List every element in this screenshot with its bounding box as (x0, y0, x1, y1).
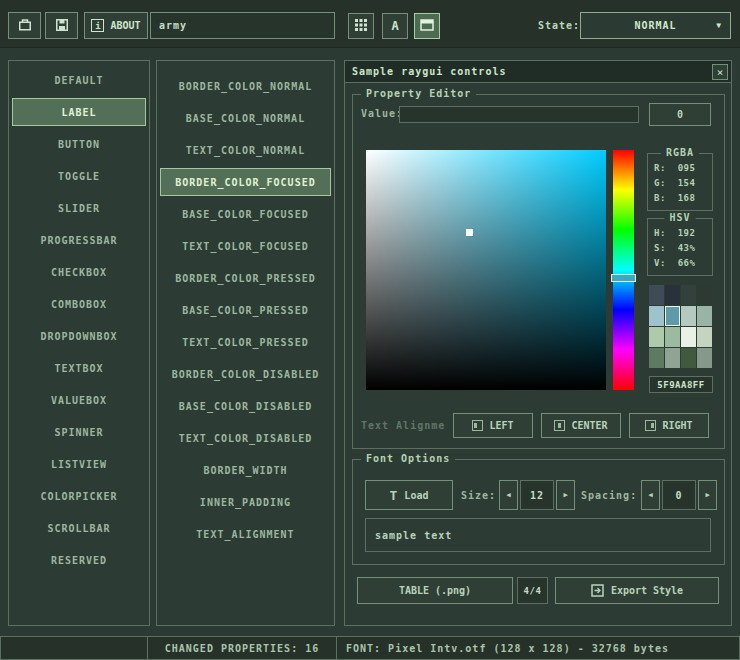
controls-grid-view-button[interactable] (348, 13, 374, 39)
property-item-text-color-disabled[interactable]: TEXT_COLOR_DISABLED (160, 422, 331, 454)
state-dropdown-value: NORMAL (634, 20, 676, 31)
color-swatch[interactable] (681, 306, 696, 326)
align-left-icon (472, 420, 483, 431)
property-item-inner-padding[interactable]: INNER_PADDING (160, 486, 331, 518)
property-item-base-color-disabled[interactable]: BASE_COLOR_DISABLED (160, 390, 331, 422)
color-swatch[interactable] (697, 306, 712, 326)
font-size-increase-button[interactable]: ▶ (556, 480, 575, 510)
sidebar-item-textbox[interactable]: TEXTBOX (12, 352, 146, 384)
new-style-button[interactable] (8, 12, 41, 39)
property-item-base-color-focused[interactable]: BASE_COLOR_FOCUSED (160, 198, 331, 230)
align-center-label: CENTER (571, 420, 607, 431)
state-label: State: (538, 12, 580, 39)
export-table-format-button[interactable]: TABLE (.png) (357, 577, 513, 604)
color-swatch[interactable] (697, 348, 712, 368)
chevron-down-icon: ▼ (716, 21, 721, 30)
hue-slider-handle[interactable] (611, 274, 636, 282)
status-segment-empty (0, 636, 148, 660)
rgba-blue-value: B: 168 (648, 190, 712, 205)
font-spacing-label: Spacing: (581, 490, 637, 501)
sidebar-item-spinner[interactable]: SPINNER (12, 416, 146, 448)
property-item-base-color-normal[interactable]: BASE_COLOR_NORMAL (160, 102, 331, 134)
font-spacing-decrease-button[interactable]: ◀ (641, 480, 660, 510)
load-font-button[interactable]: T Load (365, 480, 453, 510)
property-item-text-color-focused[interactable]: TEXT_COLOR_FOCUSED (160, 230, 331, 262)
font-size-value[interactable]: 12 (520, 480, 554, 510)
table-pages-value[interactable]: 4/4 (517, 577, 548, 604)
grid-icon (354, 18, 368, 34)
align-center-button[interactable]: CENTER (541, 413, 621, 438)
property-item-text-color-pressed[interactable]: TEXT_COLOR_PRESSED (160, 326, 331, 358)
property-item-border-color-focused[interactable]: BORDER_COLOR_FOCUSED (160, 168, 331, 196)
color-swatch[interactable] (649, 327, 664, 347)
style-table-view-button[interactable] (414, 13, 440, 39)
sidebar-item-combobox[interactable]: COMBOBOX (12, 288, 146, 320)
property-item-text-color-normal[interactable]: TEXT_COLOR_NORMAL (160, 134, 331, 166)
sidebar-item-dropdownbox[interactable]: DROPDOWNBOX (12, 320, 146, 352)
close-button[interactable]: × (712, 64, 728, 80)
color-swatch[interactable] (681, 327, 696, 347)
font-size-decrease-button[interactable]: ◀ (499, 480, 518, 510)
color-swatch[interactable] (665, 348, 680, 368)
sidebar-item-default[interactable]: DEFAULT (12, 64, 146, 96)
color-swatch-current[interactable] (665, 306, 680, 326)
hsv-hue-value: H: 192 (648, 225, 712, 240)
font-spacing-value[interactable]: 0 (662, 480, 696, 510)
text-alignment-label: Text Alignme (361, 420, 453, 431)
sidebar-item-label[interactable]: LABEL (12, 98, 146, 126)
value-input[interactable] (399, 106, 639, 123)
font-view-button[interactable]: A (382, 13, 408, 39)
rgba-green-value: G: 154 (648, 175, 712, 190)
sidebar-item-colorpicker[interactable]: COLORPICKER (12, 480, 146, 512)
value-label: Value: (361, 108, 403, 119)
hsv-rows: H: 192 S: 43% V: 66% (648, 225, 712, 270)
property-item-border-color-disabled[interactable]: BORDER_COLOR_DISABLED (160, 358, 331, 390)
color-swatch[interactable] (665, 285, 680, 305)
align-left-label: LEFT (489, 420, 513, 431)
toolbar: i ABOUT A State: NORMAL ▼ (0, 0, 740, 48)
font-size-label: Size: (461, 490, 496, 501)
sidebar-item-toggle[interactable]: TOGGLE (12, 160, 146, 192)
font-spacing-increase-button[interactable]: ▶ (698, 480, 717, 510)
color-swatch[interactable] (681, 285, 696, 305)
sidebar-item-button[interactable]: BUTTON (12, 128, 146, 160)
color-swatch[interactable] (697, 327, 712, 347)
property-item-border-color-normal[interactable]: BORDER_COLOR_NORMAL (160, 70, 331, 102)
window-titlebar[interactable]: Sample raygui controls × (345, 61, 731, 83)
hsv-value-value: V: 66% (648, 255, 712, 270)
align-right-button[interactable]: RIGHT (629, 413, 709, 438)
align-left-button[interactable]: LEFT (453, 413, 533, 438)
property-item-border-width[interactable]: BORDER_WIDTH (160, 454, 331, 486)
hsv-label: HSV (664, 212, 695, 223)
sidebar-item-scrollbar[interactable]: SCROLLBAR (12, 512, 146, 544)
save-style-button[interactable] (45, 12, 78, 39)
sidebar-item-checkbox[interactable]: CHECKBOX (12, 256, 146, 288)
sidebar-item-listview[interactable]: LISTVIEW (12, 448, 146, 480)
sidebar-item-valuebox[interactable]: VALUEBOX (12, 384, 146, 416)
color-swatch[interactable] (649, 348, 664, 368)
property-item-text-alignment[interactable]: TEXT_ALIGNMENT (160, 518, 331, 550)
rgba-red-value: R: 095 (648, 160, 712, 175)
color-picker-cursor[interactable] (466, 229, 473, 236)
sidebar-item-slider[interactable]: SLIDER (12, 192, 146, 224)
value-button[interactable]: 0 (649, 103, 711, 126)
color-swatch[interactable] (681, 348, 696, 368)
sidebar-item-reserved[interactable]: RESERVED (12, 544, 146, 576)
export-style-button[interactable]: Export Style (555, 577, 719, 604)
about-button[interactable]: i ABOUT (84, 12, 148, 39)
color-swatch[interactable] (697, 285, 712, 305)
sidebar-item-progressbar[interactable]: PROGRESSBAR (12, 224, 146, 256)
hex-color-value[interactable]: 5F9AA8FF (649, 376, 713, 393)
color-saturation-value-picker[interactable] (366, 150, 606, 390)
font-sample-textbox[interactable]: sample text (365, 518, 711, 552)
controls-list-panel: DEFAULT LABEL BUTTON TOGGLE SLIDER PROGR… (8, 60, 150, 626)
color-swatch[interactable] (665, 327, 680, 347)
property-item-base-color-pressed[interactable]: BASE_COLOR_PRESSED (160, 294, 331, 326)
color-swatch[interactable] (649, 285, 664, 305)
color-swatch[interactable] (649, 306, 664, 326)
state-dropdown[interactable]: NORMAL ▼ (580, 12, 731, 39)
hue-slider[interactable] (613, 150, 634, 390)
style-name-input[interactable] (150, 12, 335, 39)
export-icon (591, 584, 604, 597)
property-item-border-color-pressed[interactable]: BORDER_COLOR_PRESSED (160, 262, 331, 294)
